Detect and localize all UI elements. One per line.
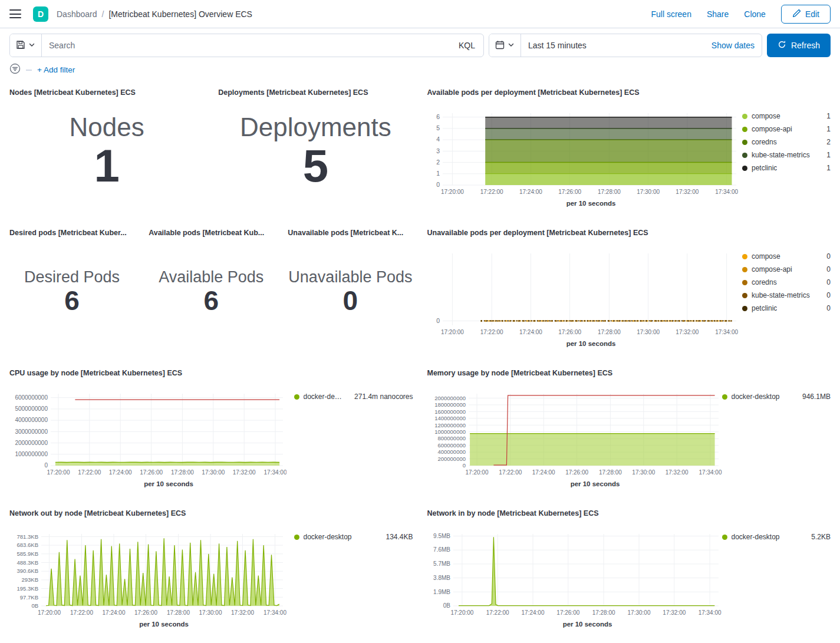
calendar-button[interactable] (489, 34, 521, 57)
search-input[interactable] (42, 34, 450, 57)
legend-item[interactable]: docker-desktop946.1MB (722, 393, 831, 401)
xaxis-label: per 10 seconds (427, 480, 722, 487)
panel-memory-usage-by-node: Memory usage by node [Metricbeat Kuberne… (423, 364, 836, 500)
svg-text:6000000000: 6000000000 (15, 394, 48, 401)
svg-text:0B: 0B (443, 602, 450, 609)
legend-item[interactable]: compose0 (742, 252, 831, 261)
panel-unavailable-pods-per-deployment: Unavailable pods per deployment [Metricb… (423, 224, 836, 360)
time-range-text[interactable]: Last 15 minutes (521, 41, 704, 50)
memory-usage-chart[interactable]: 17:20:0017:22:0017:24:0017:26:0017:28:00… (427, 390, 722, 479)
legend-label: compose (752, 252, 780, 261)
legend-value: 0 (822, 278, 831, 286)
svg-text:17:28:00: 17:28:00 (171, 469, 194, 476)
legend-value: 271.4m nanocores (350, 393, 413, 401)
panel-title[interactable]: Memory usage by node [Metricbeat Kuberne… (427, 369, 831, 377)
svg-text:17:26:00: 17:26:00 (140, 469, 163, 476)
metric-value: 5 (303, 142, 328, 190)
legend-label: coredns (752, 278, 777, 286)
metric-body: Deployments 5 (218, 97, 413, 215)
legend-label: compose-api (752, 265, 792, 273)
legend-item[interactable]: compose-api0 (742, 265, 831, 273)
unavailable-pods-per-deployment-chart[interactable]: 17:20:0017:22:0017:24:0017:26:0017:28:00… (427, 250, 740, 338)
svg-text:683.6KB: 683.6KB (17, 542, 38, 548)
network-in-chart[interactable]: 17:20:0017:22:0017:24:0017:26:0017:28:00… (427, 530, 722, 619)
refresh-button[interactable]: Refresh (767, 34, 831, 57)
legend-item[interactable]: petclinic0 (742, 304, 831, 312)
share-link[interactable]: Share (707, 9, 729, 19)
panel-title[interactable]: Available pods per deployment [Metricbea… (427, 88, 831, 97)
available-pods-per-deployment-chart[interactable]: 17:20:0017:22:0017:24:0017:26:0017:28:00… (427, 110, 740, 198)
legend-item[interactable]: compose1 (742, 112, 831, 120)
svg-text:17:22:00: 17:22:00 (486, 609, 509, 616)
legend-item[interactable]: docker-desktop134.4KB (294, 533, 413, 541)
legend-item[interactable]: docker-desktop5.2KB (722, 533, 831, 541)
hamburger-menu-icon[interactable] (9, 9, 21, 18)
svg-text:2000000000: 2000000000 (434, 395, 466, 401)
panel-title[interactable]: Desired pods [Metricbeat Kuber... (9, 229, 134, 237)
legend-item[interactable]: petclinic1 (742, 164, 831, 172)
network-out-chart[interactable]: 17:20:0017:22:0017:24:0017:26:0017:28:00… (9, 530, 286, 619)
kql-button[interactable]: KQL (450, 41, 483, 50)
legend-item[interactable]: coredns2 (742, 138, 831, 146)
panel-title[interactable]: Network out by node [Metricbeat Kubernet… (9, 509, 413, 517)
chevron-down-icon (28, 41, 35, 50)
svg-text:1000000000: 1000000000 (434, 428, 466, 435)
panel-title[interactable]: Available pods [Metricbeat Kub... (149, 229, 274, 237)
panel-title[interactable]: Nodes [Metricbeat Kubernetes] ECS (9, 88, 204, 97)
legend-label: docker-de… (304, 393, 342, 401)
filter-icon[interactable] (9, 63, 21, 77)
chart-legend: docker-de…271.4m nanocores (294, 390, 413, 401)
svg-text:2000000000: 2000000000 (15, 440, 48, 446)
breadcrumb-dashboard-link[interactable]: Dashboard (57, 9, 97, 19)
panel-title[interactable]: Network in by node [Metricbeat Kubernete… (427, 509, 831, 517)
svg-text:17:20:00: 17:20:00 (465, 469, 488, 476)
legend-label: petclinic (752, 304, 777, 312)
legend-label: docker-desktop (732, 393, 780, 401)
svg-text:17:24:00: 17:24:00 (521, 609, 544, 616)
panel-deployments: Deployments [Metricbeat Kubernetes] ECS … (213, 84, 417, 219)
legend-label: docker-desktop (304, 533, 352, 541)
legend-item[interactable]: kube-state-metrics0 (742, 291, 831, 299)
legend-value: 0 (822, 252, 831, 261)
edit-button[interactable]: Edit (781, 5, 831, 24)
legend-label: kube-state-metrics (752, 291, 810, 299)
add-filter-link[interactable]: + Add filter (37, 65, 75, 74)
show-dates-link[interactable]: Show dates (704, 41, 762, 50)
panel-title[interactable]: Deployments [Metricbeat Kubernetes] ECS (218, 88, 413, 97)
chart-legend: compose0compose-api0coredns0kube-state-m… (742, 250, 831, 312)
svg-text:17:22:00: 17:22:00 (480, 189, 503, 195)
panel-title[interactable]: Unavailable pods [Metricbeat K... (288, 229, 413, 237)
svg-text:17:28:00: 17:28:00 (597, 189, 620, 195)
legend-item[interactable]: coredns0 (742, 278, 831, 286)
legend-dot (742, 166, 747, 171)
legend-item[interactable]: kube-state-metrics1 (742, 151, 831, 159)
legend-item[interactable]: compose-api1 (742, 125, 831, 133)
panel-title[interactable]: CPU usage by node [Metricbeat Kubernetes… (9, 369, 413, 377)
svg-text:17:20:00: 17:20:00 (440, 189, 463, 195)
svg-text:5.7MB: 5.7MB (433, 560, 450, 567)
svg-text:390.6KB: 390.6KB (17, 568, 38, 574)
breadcrumb-current: [Metricbeat Kubernetes] Overview ECS (108, 9, 252, 19)
chart-block: 17:20:0017:22:0017:24:0017:26:0017:28:00… (427, 390, 722, 487)
cpu-usage-chart[interactable]: 17:20:0017:22:0017:24:0017:26:0017:28:00… (9, 390, 286, 479)
calendar-icon (495, 40, 505, 51)
saved-query-button[interactable] (10, 34, 42, 57)
legend-item[interactable]: docker-de…271.4m nanocores (294, 393, 413, 401)
metric-label: Desired Pods (24, 268, 120, 286)
svg-text:5: 5 (436, 124, 440, 131)
svg-text:17:22:00: 17:22:00 (70, 609, 93, 616)
metric-value: 6 (64, 286, 80, 315)
panel-available-pods: Available pods [Metricbeat Kub... Availa… (144, 224, 278, 360)
fullscreen-link[interactable]: Full screen (651, 9, 691, 19)
metric-value: 6 (203, 286, 219, 315)
xaxis-label: per 10 seconds (427, 200, 740, 207)
space-avatar[interactable]: D (33, 6, 48, 22)
clone-link[interactable]: Clone (744, 9, 766, 19)
svg-text:17:20:00: 17:20:00 (47, 469, 70, 476)
svg-text:17:30:00: 17:30:00 (637, 189, 660, 195)
svg-text:17:28:00: 17:28:00 (597, 329, 620, 335)
svg-text:17:30:00: 17:30:00 (627, 609, 650, 616)
chart-block: 17:20:0017:22:0017:24:0017:26:0017:28:00… (427, 110, 740, 207)
svg-text:17:24:00: 17:24:00 (103, 609, 126, 616)
panel-title[interactable]: Unavailable pods per deployment [Metricb… (427, 229, 831, 237)
